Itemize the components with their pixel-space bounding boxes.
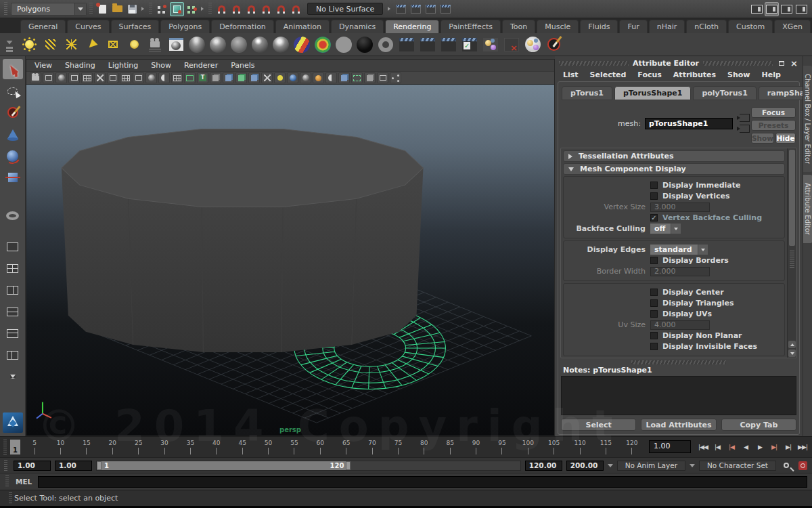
dock-tab-attribute-editor[interactable]: Attribute Editor — [803, 175, 812, 243]
playback-start-field[interactable]: 1.00 — [55, 461, 92, 471]
point-light-icon[interactable] — [61, 35, 81, 55]
snap-to-grid-icon[interactable] — [215, 2, 229, 16]
volume-light-icon[interactable] — [124, 35, 144, 55]
step-back-key-button[interactable]: |◀ — [725, 440, 738, 454]
timeline-tick-5[interactable]: 5 — [22, 440, 47, 457]
toggle-channel-box-icon[interactable] — [794, 2, 809, 16]
ae-tab-ptorus1[interactable]: pTorus1 — [562, 86, 612, 100]
show-button[interactable]: Show — [751, 133, 774, 144]
ipr-render-icon[interactable] — [424, 2, 438, 16]
scrollbar-thumb[interactable] — [789, 150, 795, 246]
film-gate-icon[interactable] — [133, 72, 144, 83]
ae-tab-polytorus1[interactable]: polyTorus1 — [693, 86, 756, 100]
timeline-tick-115[interactable]: 115 — [593, 440, 618, 457]
character-set-selector[interactable]: No Character Set — [699, 461, 776, 471]
ramp-shader-icon[interactable] — [313, 35, 333, 55]
exposure-toggle-icon[interactable] — [377, 72, 388, 83]
shelf-tab-rendering[interactable]: Rendering — [385, 20, 439, 33]
shelf-tab-curves[interactable]: Curves — [67, 20, 109, 33]
mel-command-input[interactable] — [38, 476, 807, 488]
grease-pencil-icon[interactable] — [107, 72, 118, 83]
shelf-tab-muscle[interactable]: Muscle — [537, 20, 579, 33]
2d-pan-zoom-icon[interactable] — [94, 72, 106, 83]
last-tool-used-icon[interactable] — [3, 205, 23, 226]
load-attributes-button[interactable]: Load Attributes — [641, 419, 716, 431]
save-scene-icon[interactable] — [125, 2, 139, 16]
scale-tool-icon[interactable] — [3, 167, 23, 188]
grid-toggle-icon[interactable] — [120, 72, 131, 83]
timeline-tick-90[interactable]: 90 — [463, 440, 489, 457]
notes-textarea[interactable] — [561, 376, 796, 415]
focus-button[interactable]: Focus — [751, 107, 796, 118]
surface-shader-icon[interactable] — [355, 35, 375, 55]
snap-to-projected-center-icon[interactable] — [259, 2, 273, 16]
collapse-arrow-icon[interactable] — [387, 4, 392, 14]
shelf-tab-ncloth[interactable]: nCloth — [686, 20, 727, 33]
timeline-tick-95[interactable]: 95 — [489, 440, 515, 457]
frame-ticks[interactable]: 5101520253035404550556065707580859095100… — [22, 438, 645, 457]
ae-menu-list[interactable]: List — [563, 70, 579, 79]
anim-layer-selector[interactable]: No Anim Layer — [617, 461, 685, 471]
safe-title-icon[interactable] — [197, 72, 208, 83]
render-settings-shelf-icon[interactable] — [459, 35, 480, 55]
viewport-menu-panels[interactable]: Panels — [231, 61, 254, 70]
shelf-tab-toon[interactable]: Toon — [502, 20, 535, 33]
shelf-tab-nhair[interactable]: nHair — [649, 20, 685, 33]
timeline-tick-75[interactable]: 75 — [385, 440, 411, 457]
chevron-down-icon[interactable] — [608, 464, 613, 467]
shadows-toggle-icon[interactable] — [300, 72, 311, 83]
timeline-tick-55[interactable]: 55 — [281, 440, 307, 457]
display-vertices-checkbox[interactable] — [650, 192, 658, 200]
spot-light-icon[interactable] — [82, 35, 102, 55]
timeline-tick-105[interactable]: 105 — [541, 440, 567, 457]
bookmarks-icon[interactable] — [68, 72, 80, 83]
lighting-all-icon[interactable] — [287, 72, 298, 83]
screen-space-ao-icon[interactable] — [313, 72, 324, 83]
current-time-field[interactable]: 1.00 — [649, 440, 691, 453]
time-slider-grip[interactable] — [3, 440, 7, 454]
display-uvs-checkbox[interactable] — [650, 310, 658, 318]
select-camera-icon[interactable] — [30, 72, 41, 83]
layout-menu-icon[interactable] — [3, 366, 23, 387]
shelf-tab-polygons[interactable]: Polygons — [160, 20, 210, 33]
use-background-icon[interactable] — [376, 35, 396, 55]
auto-keyframe-icon[interactable] — [796, 459, 809, 471]
menu-set-dropdown[interactable]: Polygons — [11, 3, 87, 16]
timeline-tick-60[interactable]: 60 — [307, 440, 333, 457]
border-width-field[interactable]: 2.000 — [650, 267, 710, 276]
anisotropic-material-icon[interactable] — [187, 35, 207, 55]
range-end-handle[interactable] — [346, 461, 351, 470]
viewport-menu-show[interactable]: Show — [151, 61, 171, 70]
go-to-playback-start-button[interactable]: |◀◀ — [696, 440, 710, 454]
resolution-gate-icon[interactable] — [145, 72, 157, 83]
ae-menu-selected[interactable]: Selected — [590, 70, 627, 79]
shelf-options[interactable] — [0, 41, 19, 49]
render-view-icon[interactable] — [397, 35, 417, 55]
timeline-tick-100[interactable]: 100 — [515, 440, 541, 457]
viewport-menu-view[interactable]: View — [35, 61, 52, 70]
scroll-up-button[interactable] — [788, 341, 796, 348]
timeline-tick-65[interactable]: 65 — [334, 440, 359, 457]
collapse-arrow-icon[interactable] — [200, 4, 206, 14]
persp-graph-layout-icon[interactable] — [3, 301, 23, 322]
shelf-tab-painteffects[interactable]: PaintEffects — [441, 20, 501, 33]
play-backwards-button[interactable]: ◀ — [739, 440, 752, 454]
single-pane-layout-icon[interactable] — [3, 236, 23, 257]
scroll-down-button[interactable] — [788, 350, 796, 357]
ae-menu-attributes[interactable]: Attributes — [673, 70, 716, 79]
timeline-tick-15[interactable]: 15 — [74, 440, 99, 457]
field-chart-icon[interactable] — [171, 72, 183, 83]
ambient-light-icon[interactable] — [19, 35, 39, 55]
ae-menu-help[interactable]: Help — [762, 70, 781, 79]
shelf-tab-fur[interactable]: Fur — [619, 20, 647, 33]
attribute-editor-titlebar[interactable]: Attribute Editor — [558, 58, 800, 68]
blinn-material-icon[interactable] — [208, 35, 228, 55]
shelf-tab-fluids[interactable]: Fluids — [580, 20, 618, 33]
image-plane-icon[interactable] — [81, 72, 93, 83]
dock-tab-channel-box[interactable]: Channel Box / Layer Editor — [803, 66, 812, 172]
animation-end-field[interactable]: 200.00 — [566, 461, 604, 471]
persp-outliner-layout-icon[interactable] — [3, 280, 23, 300]
make-live-icon[interactable] — [289, 2, 303, 16]
vertex-size-field[interactable]: 3.000 — [650, 203, 710, 212]
detach-panel-icon[interactable] — [777, 60, 786, 68]
